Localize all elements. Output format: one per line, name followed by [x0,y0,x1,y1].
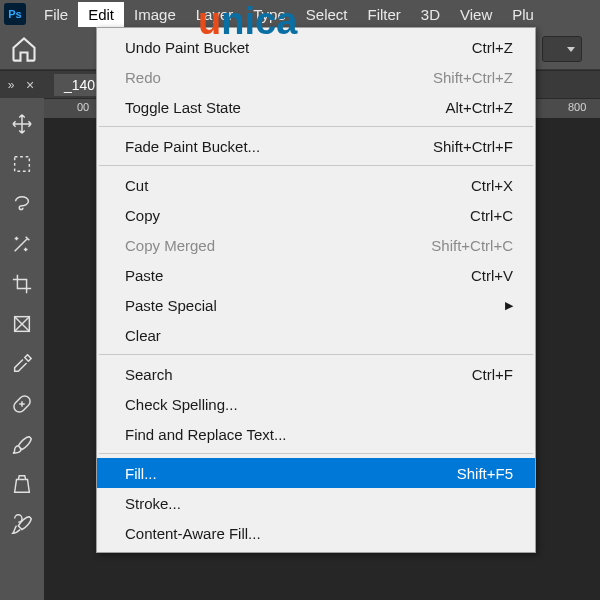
tool-clone[interactable] [4,466,40,502]
tool-move[interactable] [4,106,40,142]
menu-item-check-spelling[interactable]: Check Spelling... [97,389,535,419]
home-icon[interactable] [10,35,38,63]
menu-item-label: Copy [125,207,160,224]
menu-item-find-and-replace-text[interactable]: Find and Replace Text... [97,419,535,449]
menu-item-copy[interactable]: CopyCtrl+C [97,200,535,230]
menu-item-label: Paste Special [125,297,217,314]
menu-separator [99,126,533,127]
menu-item-paste-special[interactable]: Paste Special▶ [97,290,535,320]
edit-menu-dropdown: Undo Paint BucketCtrl+ZRedoShift+Ctrl+ZT… [96,27,536,553]
menu-item-redo: RedoShift+Ctrl+Z [97,62,535,92]
menu-item-stroke[interactable]: Stroke... [97,488,535,518]
menubar-item-filter[interactable]: Filter [358,2,411,27]
tool-frame[interactable] [4,306,40,342]
menu-item-shortcut: Ctrl+C [470,207,513,224]
tool-history-brush[interactable] [4,506,40,542]
menu-item-undo-paint-bucket[interactable]: Undo Paint BucketCtrl+Z [97,32,535,62]
menu-item-copy-merged: Copy MergedShift+Ctrl+C [97,230,535,260]
menu-item-shortcut: Shift+F5 [457,465,513,482]
menu-item-label: Copy Merged [125,237,215,254]
menubar-item-3d[interactable]: 3D [411,2,450,27]
menu-item-label: Cut [125,177,148,194]
menubar-item-plu[interactable]: Plu [502,2,544,27]
menubar-item-file[interactable]: File [34,2,78,27]
menu-separator [99,354,533,355]
menu-item-label: Toggle Last State [125,99,241,116]
menubar-item-edit[interactable]: Edit [78,2,124,27]
menu-item-content-aware-fill[interactable]: Content-Aware Fill... [97,518,535,548]
panel-close-icon[interactable]: × [22,77,38,93]
menu-item-cut[interactable]: CutCtrl+X [97,170,535,200]
menu-item-shortcut: Ctrl+X [471,177,513,194]
menubar-item-image[interactable]: Image [124,2,186,27]
menu-item-label: Stroke... [125,495,181,512]
menubar-item-type[interactable]: Type [243,2,296,27]
menu-item-shortcut: Shift+Ctrl+F [433,138,513,155]
menu-item-label: Search [125,366,173,383]
tool-crop[interactable] [4,266,40,302]
panel-expand-icon[interactable]: » [0,78,22,92]
menu-item-fill[interactable]: Fill...Shift+F5 [97,458,535,488]
menu-item-label: Redo [125,69,161,86]
menu-item-label: Paste [125,267,163,284]
menu-item-label: Clear [125,327,161,344]
menu-item-shortcut: Shift+Ctrl+C [431,237,513,254]
app-logo: Ps [4,3,26,25]
tools-panel [0,98,44,542]
menu-item-shortcut: Ctrl+Z [472,39,513,56]
menu-item-search[interactable]: SearchCtrl+F [97,359,535,389]
tool-healing[interactable] [4,386,40,422]
submenu-arrow-icon: ▶ [505,299,513,312]
menu-item-label: Undo Paint Bucket [125,39,249,56]
tool-marquee[interactable] [4,146,40,182]
tool-magic-wand[interactable] [4,226,40,262]
menubar: Ps FileEditImageLayerTypeSelectFilter3DV… [0,0,600,28]
menu-item-fade-paint-bucket[interactable]: Fade Paint Bucket...Shift+Ctrl+F [97,131,535,161]
menu-item-shortcut: Alt+Ctrl+Z [445,99,513,116]
menubar-item-select[interactable]: Select [296,2,358,27]
menu-item-paste[interactable]: PasteCtrl+V [97,260,535,290]
menu-item-shortcut: Shift+Ctrl+Z [433,69,513,86]
tool-eyedropper[interactable] [4,346,40,382]
menu-item-toggle-last-state[interactable]: Toggle Last StateAlt+Ctrl+Z [97,92,535,122]
ruler-tick: 00 [77,101,89,113]
menu-item-label: Fade Paint Bucket... [125,138,260,155]
menu-item-label: Find and Replace Text... [125,426,286,443]
menu-separator [99,453,533,454]
menu-separator [99,165,533,166]
options-dropdown[interactable] [542,36,582,62]
menu-item-shortcut: Ctrl+V [471,267,513,284]
menubar-item-layer[interactable]: Layer [186,2,244,27]
ruler-tick: 800 [568,101,586,113]
menu-item-clear[interactable]: Clear [97,320,535,350]
menu-item-label: Fill... [125,465,157,482]
tool-brush[interactable] [4,426,40,462]
svg-rect-0 [15,157,30,172]
menu-item-label: Content-Aware Fill... [125,525,261,542]
menubar-item-view[interactable]: View [450,2,502,27]
tool-lasso[interactable] [4,186,40,222]
menu-item-shortcut: Ctrl+F [472,366,513,383]
menu-item-label: Check Spelling... [125,396,238,413]
